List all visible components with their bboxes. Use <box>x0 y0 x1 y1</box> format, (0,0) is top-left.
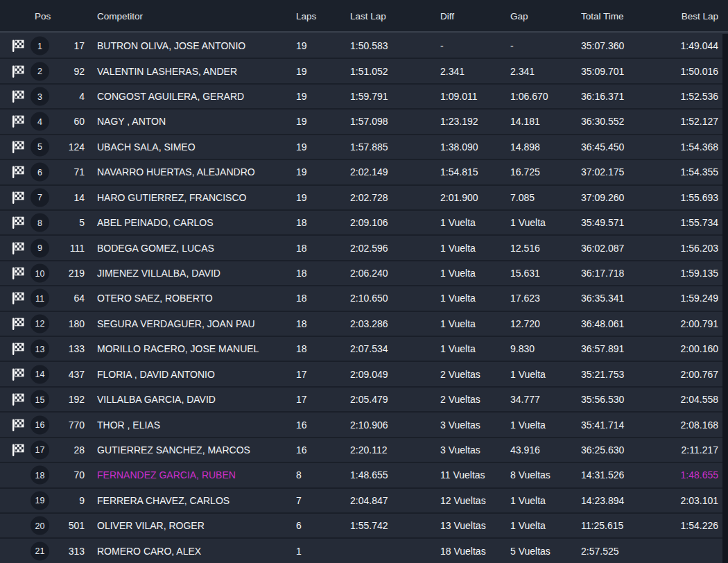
competitor-name: FERNANDEZ GARCIA, RUBEN <box>97 469 236 480</box>
column-header-total-time: Total Time <box>581 10 624 21</box>
table-row[interactable]: 2 92 VALENTIN LASHERAS, ANDER 19 1:51.05… <box>0 58 728 83</box>
total-time-value: 14:31.526 <box>581 469 624 480</box>
competitor-name: CONGOST AGUILERA, GERARD <box>97 91 244 102</box>
table-row[interactable]: 11 64 OTERO SAEZ, ROBERTO 18 2:10.650 1 … <box>0 285 728 310</box>
position-number: 11 <box>35 293 44 303</box>
position-badge: 10 <box>31 264 49 283</box>
best-lap-value: 1:55.693 <box>681 192 719 203</box>
table-row[interactable]: 8 5 ABEL PEINADO, CARLOS 18 2:09.106 1 V… <box>0 209 728 234</box>
competitor-number: 64 <box>54 293 85 304</box>
last-lap-value: 2:09.049 <box>350 369 388 380</box>
table-row[interactable]: 18 70 FERNANDEZ GARCIA, RUBEN 8 1:48.655… <box>0 462 728 487</box>
position-number: 20 <box>35 521 45 530</box>
gap-value: 8 Vueltas <box>510 469 551 480</box>
last-lap-value: 1:50.583 <box>350 40 388 51</box>
total-time-value: 11:25.615 <box>581 520 623 531</box>
position-number: 12 <box>35 319 45 329</box>
position-badge: 7 <box>31 188 49 207</box>
table-row[interactable]: 20 501 OLIVER VILAR, ROGER 6 1:55.742 13… <box>0 512 728 537</box>
competitor-name: OTERO SAEZ, ROBERTO <box>97 293 213 304</box>
position-badge: 17 <box>31 440 49 459</box>
best-lap-value: 1:54.368 <box>681 141 719 153</box>
table-row[interactable]: 16 770 THOR , ELIAS 16 2:10.906 3 Vuelta… <box>0 411 728 436</box>
table-row[interactable]: 13 133 MORILLO RACERO, JOSE MANUEL 18 2:… <box>0 336 728 361</box>
table-row[interactable]: 5 124 UBACH SALA, SIMEO 19 1:57.885 1:38… <box>0 134 728 159</box>
table-row[interactable]: 1 17 BUTRON OLIVA, JOSE ANTONIO 19 1:50.… <box>0 34 728 58</box>
gap-value: 16.725 <box>510 166 540 177</box>
position-number: 5 <box>37 142 42 152</box>
competitor-number: 9 <box>54 495 85 506</box>
total-time-value: 36:35.341 <box>581 293 624 304</box>
gap-value: 5 Vueltas <box>510 546 551 557</box>
competitor-number: 192 <box>54 394 85 405</box>
best-lap-value: 1:50.016 <box>681 66 719 77</box>
diff-value: 11 Vueltas <box>440 469 485 480</box>
table-row[interactable]: 21 313 ROMERO CARO, ALEX 1 18 Vueltas 5 … <box>0 537 728 562</box>
diff-value: 1 Vuelta <box>440 318 476 329</box>
best-lap-value: 2:00.160 <box>681 343 719 354</box>
table-row[interactable]: 3 4 CONGOST AGUILERA, GERARD 19 1:59.791… <box>0 83 728 108</box>
position-badge: 16 <box>31 415 49 434</box>
diff-value: 1:23.192 <box>440 116 478 127</box>
laps-value: 18 <box>296 318 307 329</box>
best-lap-value: 2:00.767 <box>681 369 719 380</box>
last-lap-value: 2:06.240 <box>350 268 388 279</box>
competitor-number: 313 <box>54 546 85 557</box>
laps-value: 17 <box>296 369 307 380</box>
table-row[interactable]: 12 180 SEGURA VERDAGUER, JOAN PAU 18 2:0… <box>0 311 728 336</box>
competitor-name: FERRERA CHAVEZ, CARLOS <box>97 495 229 506</box>
gap-value: - <box>510 40 514 51</box>
diff-value: 18 Vueltas <box>440 546 486 557</box>
table-row[interactable]: 14 437 FLORIA , DAVID ANTONIO 17 2:09.04… <box>0 361 728 386</box>
table-row[interactable]: 6 71 NAVARRO HUERTAS, ALEJANDRO 19 2:02.… <box>0 159 728 184</box>
laps-value: 18 <box>296 268 307 279</box>
position-number: 2 <box>37 67 42 76</box>
table-row[interactable]: 4 60 NAGY , ANTON 19 1:57.098 1:23.192 1… <box>0 108 728 133</box>
checkered-flag-icon <box>10 64 26 78</box>
laps-value: 1 <box>296 546 302 557</box>
laps-value: 19 <box>296 66 307 77</box>
competitor-name: NAVARRO HUERTAS, ALEJANDRO <box>97 166 255 177</box>
best-lap-value: 2:00.791 <box>681 318 719 329</box>
table-header: Pos Competitor Laps Last Lap Diff Gap To… <box>0 0 728 33</box>
competitor-name: UBACH SALA, SIMEO <box>97 141 196 153</box>
gap-value: 2.341 <box>510 66 535 77</box>
total-time-value: 37:02.175 <box>581 166 624 177</box>
gap-value: 12.516 <box>510 243 540 254</box>
checkered-flag-icon <box>10 418 26 432</box>
checkered-flag-icon <box>10 216 26 229</box>
column-header-gap: Gap <box>510 10 528 21</box>
position-number: 18 <box>35 470 45 480</box>
table-row[interactable]: 15 192 VILLALBA GARCIA, DAVID 17 2:05.47… <box>0 386 728 411</box>
laps-value: 8 <box>296 469 302 480</box>
checkered-flag-icon <box>10 392 26 406</box>
total-time-value: 36:17.718 <box>581 268 624 279</box>
table-row[interactable]: 9 111 BODEGA GOMEZ, LUCAS 18 2:02.596 1 … <box>0 234 728 259</box>
table-row[interactable]: 19 9 FERRERA CHAVEZ, CARLOS 7 2:04.847 1… <box>0 487 728 512</box>
diff-value: 13 Vueltas <box>440 520 486 531</box>
position-number: 6 <box>37 167 42 177</box>
table-row[interactable]: 7 14 HARO GUTIERREZ, FRANCISCO 19 2:02.7… <box>0 184 728 209</box>
gap-value: 1 Vuelta <box>510 369 546 380</box>
total-time-value: 2:57.525 <box>581 546 619 557</box>
competitor-name: ROMERO CARO, ALEX <box>97 546 201 557</box>
competitor-name: NAGY , ANTON <box>97 116 166 127</box>
competitor-number: 14 <box>54 192 85 203</box>
position-number: 14 <box>35 370 45 379</box>
position-badge: 18 <box>31 466 49 485</box>
competitor-name: FLORIA , DAVID ANTONIO <box>97 369 215 380</box>
total-time-value: 35:07.360 <box>581 40 624 51</box>
gap-value: 1 Vuelta <box>510 495 546 506</box>
scrollbar-track[interactable] <box>722 34 728 563</box>
competitor-number: 219 <box>54 268 85 279</box>
competitor-name: GUTIERREZ SANCHEZ, MARCOS <box>97 444 250 456</box>
results-table-body: 1 17 BUTRON OLIVA, JOSE ANTONIO 19 1:50.… <box>0 34 728 563</box>
competitor-number: 180 <box>54 318 85 329</box>
diff-value: 1:38.090 <box>440 141 478 153</box>
table-row[interactable]: 17 28 GUTIERREZ SANCHEZ, MARCOS 16 2:20.… <box>0 437 728 462</box>
position-badge: 20 <box>31 517 49 535</box>
column-header-last-lap: Last Lap <box>350 10 386 21</box>
competitor-number: 111 <box>54 243 85 254</box>
total-time-value: 36:57.891 <box>581 343 624 354</box>
table-row[interactable]: 10 219 JIMENEZ VILLALBA, DAVID 18 2:06.2… <box>0 260 728 285</box>
